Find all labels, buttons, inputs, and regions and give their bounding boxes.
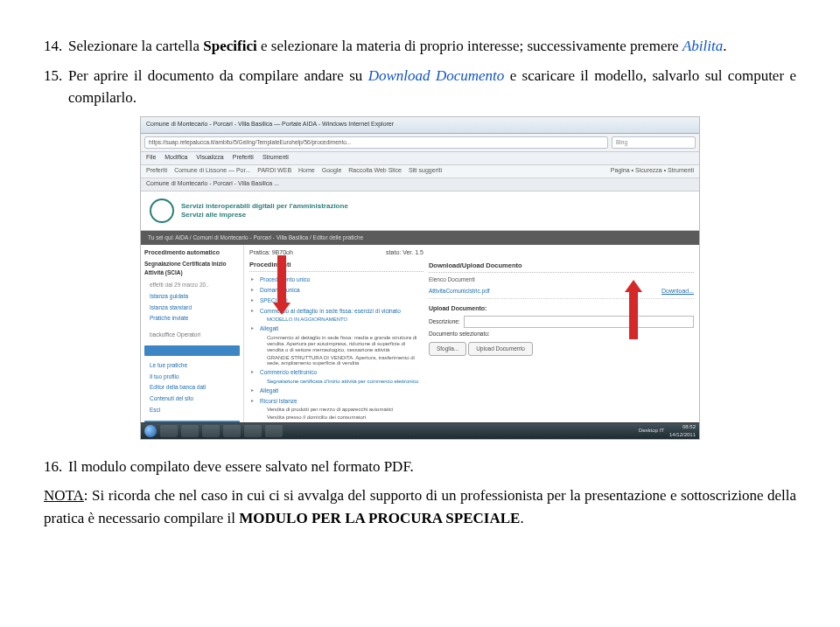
site-logo-icon xyxy=(150,199,174,223)
sidebar-item[interactable]: Contenuti del sito xyxy=(144,394,240,405)
toolbar-right[interactable]: Pagina • Sicurezza • Strumenti xyxy=(611,166,694,176)
sidebar-item[interactable]: Esci xyxy=(144,404,240,415)
menu-modifica[interactable]: Modifica xyxy=(164,153,187,163)
list-number: 14. xyxy=(44,35,68,58)
sidebar: Procedimento automatico Segnalazione Cer… xyxy=(141,245,244,440)
document-file-link[interactable]: AttivitaComunicIstric.pdf xyxy=(429,287,490,296)
sidebar-item[interactable]: Le tue pratiche xyxy=(144,359,240,371)
browser-tab-bar: Comune di Montecarlo - Porcari - Villa B… xyxy=(141,178,699,192)
tree-item[interactable]: Allegati xyxy=(249,324,424,334)
taskbar-app-icon[interactable] xyxy=(202,425,220,437)
site-banner: Servizi interoperabili digitali per l'am… xyxy=(141,192,699,231)
favorites-bar: Preferiti Comune di Lissone — Por... PAR… xyxy=(141,165,699,178)
elenco-documenti-label: Elenco Documenti xyxy=(429,275,694,284)
text-bold: MODULO PER LA PROCURA SPECIALE xyxy=(239,510,520,526)
tree-text: Vendita di prodotti per mezzo di apparec… xyxy=(249,406,424,414)
window-title: Comune di Montecarlo - Porcari - Villa B… xyxy=(146,120,394,129)
red-arrow-up-icon xyxy=(627,280,640,339)
taskbar-lang[interactable]: Desktop IT xyxy=(639,427,664,435)
descrizione-input[interactable] xyxy=(464,316,694,328)
tree-model-link[interactable]: MODELLO IN AGGIORNAMENTO xyxy=(249,316,424,324)
sidebar-item[interactable]: Istanza standard xyxy=(144,302,240,313)
sidebar-title: Procedimento automatico xyxy=(144,248,240,258)
taskbar-date: 14/12/2011 xyxy=(669,432,696,437)
taskbar-app-icon[interactable] xyxy=(244,425,262,437)
pratica-version: stato: Ver. 1.5 xyxy=(386,248,424,258)
paragraph-body: Selezionare la cartella Specifici e sele… xyxy=(68,35,796,58)
paragraph-body: Il modulo compilato deve essere salvato … xyxy=(68,456,796,478)
address-bar-row: https://suap.retepalucca.it/ambito/5/Gel… xyxy=(141,134,699,152)
sidebar-backoffice[interactable]: backoffice Operatori xyxy=(144,330,240,341)
sfoglia-button[interactable]: Sfoglia... xyxy=(429,342,466,356)
taskbar-tray: Desktop IT 08:52 14/12/2011 xyxy=(639,423,696,439)
sidebar-menu-utente-header xyxy=(144,345,240,356)
banner-text: Servizi interoperabili digitali per l'am… xyxy=(181,202,348,219)
banner-line2: Servizi alle imprese xyxy=(181,211,348,219)
window-titlebar: Comune di Montecarlo - Porcari - Villa B… xyxy=(141,117,699,134)
nota-paragraph: NOTA: Si ricorda che nel caso in cui ci … xyxy=(44,484,796,529)
sidebar-item[interactable]: Pratiche inviate xyxy=(144,313,240,324)
link-download-documento: Download Documento xyxy=(368,67,505,84)
tree-sub-link[interactable]: Segnalazione certificata d'inizio attivi… xyxy=(249,378,424,386)
sidebar-item[interactable]: Editor della banca dati xyxy=(144,382,240,394)
download-upload-title: Download/Upload Documento xyxy=(429,261,694,273)
main-area: Pratica: 9B70oh stato: Ver. 1.5 Procedim… xyxy=(244,245,699,440)
tree-item[interactable]: Ricorsi Istanze xyxy=(249,396,424,407)
tree-text: Vendita presso il domicilio dei consumat… xyxy=(249,414,424,421)
address-bar[interactable]: https://suap.retepalucca.it/ambito/5/Gel… xyxy=(144,136,608,149)
download-link[interactable]: Download... xyxy=(662,287,694,296)
browser-tab[interactable]: Comune di Montecarlo - Porcari - Villa B… xyxy=(146,179,279,189)
paragraph-16: 16. Il modulo compilato deve essere salv… xyxy=(44,456,796,478)
field-label-documento: Documento selezionato: xyxy=(429,330,490,338)
taskbar-app-icon[interactable] xyxy=(160,425,178,437)
banner-line1: Servizi interoperabili digitali per l'am… xyxy=(181,202,348,211)
fav-item[interactable]: PARDI WEB xyxy=(257,166,291,176)
paragraph-15: 15. Per aprire il documento da compilare… xyxy=(44,65,796,109)
tree-item[interactable]: Allegati xyxy=(249,386,424,396)
fav-item[interactable]: Raccolta Web Slice xyxy=(348,166,402,176)
download-upload-column: Download/Upload Documento Elenco Documen… xyxy=(429,248,694,440)
sidebar-item[interactable]: Il tuo profilo xyxy=(144,371,240,382)
fav-item[interactable]: Home xyxy=(298,166,315,176)
embedded-screenshot: Comune di Montecarlo - Porcari - Villa B… xyxy=(44,116,796,440)
windows-taskbar: Desktop IT 08:52 14/12/2011 xyxy=(141,422,699,439)
sidebar-note: effetti dal 29 marzo 20.. xyxy=(144,280,240,291)
tree-text: GRANDE STRUTTURA DI VENDITA. Apertura, t… xyxy=(249,354,424,368)
page-content: Procedimento automatico Segnalazione Cer… xyxy=(141,245,699,440)
menu-preferiti[interactable]: Preferiti xyxy=(233,153,254,163)
fav-label[interactable]: Preferiti xyxy=(146,166,167,176)
menu-visualizza[interactable]: Visualizza xyxy=(196,153,223,163)
link-abilita: Abilita xyxy=(682,38,723,54)
browser-menu-bar: File Modifica Visualizza Preferiti Strum… xyxy=(141,152,699,165)
field-label-descrizione: Descrizione: xyxy=(429,317,460,326)
menu-strumenti[interactable]: Strumenti xyxy=(262,153,289,163)
browser-window: Comune di Montecarlo - Porcari - Villa B… xyxy=(140,116,700,440)
start-button-icon[interactable] xyxy=(144,425,157,437)
search-box[interactable]: Bing xyxy=(612,136,696,149)
breadcrumb: Tu sei qui: AIDA / Comuni di Montecarlo … xyxy=(141,231,699,245)
text: Il modulo compilato deve essere salvato … xyxy=(68,458,414,475)
text: e selezionare la materia di proprio inte… xyxy=(257,38,682,54)
sidebar-subtitle: Segnalazione Certificata Inizio Attività… xyxy=(144,260,240,277)
text: . xyxy=(520,510,523,526)
breadcrumb-text: Tu sei qui: AIDA / Comuni di Montecarlo … xyxy=(148,233,363,242)
nota-label: NOTA xyxy=(44,487,84,504)
taskbar-app-icon[interactable] xyxy=(265,425,283,437)
text: Selezionare la cartella xyxy=(68,38,203,54)
upload-button[interactable]: Upload Documento xyxy=(468,342,533,356)
fav-item[interactable]: Siti suggeriti xyxy=(409,166,442,176)
taskbar-app-icon[interactable] xyxy=(181,425,199,437)
tree-item[interactable]: Commercio elettronico xyxy=(249,367,424,378)
taskbar-app-icon[interactable] xyxy=(223,425,241,437)
text-bold: Specifici xyxy=(203,38,256,54)
paragraph-body: Per aprire il documento da compilare and… xyxy=(68,65,796,109)
fav-item[interactable]: Comune di Lissone — Por... xyxy=(174,166,250,176)
list-number: 15. xyxy=(44,65,68,109)
fav-item[interactable]: Google xyxy=(322,166,342,176)
sidebar-item[interactable]: Istanza guidata xyxy=(144,290,240,302)
text: Per aprire il documento da compilare and… xyxy=(68,67,368,84)
text: . xyxy=(723,38,726,54)
paragraph-14: 14. Selezionare la cartella Specifici e … xyxy=(44,35,796,58)
red-arrow-down-icon xyxy=(276,255,288,315)
menu-file[interactable]: File xyxy=(146,153,156,163)
